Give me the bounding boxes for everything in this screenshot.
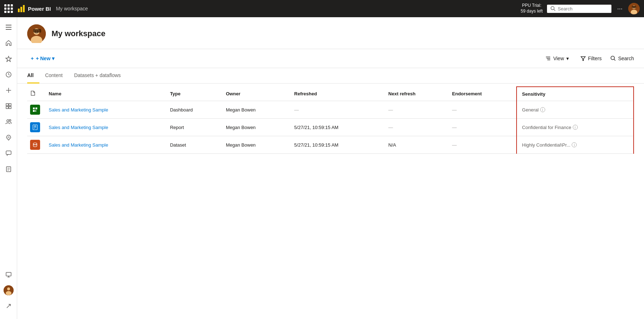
sidebar-item-apps[interactable] — [1, 99, 16, 113]
filter-icon — [580, 56, 586, 61]
apps-grid-icon[interactable] — [4, 4, 13, 13]
svg-point-3 — [551, 6, 554, 10]
svg-point-23 — [8, 137, 9, 138]
svg-point-33 — [7, 287, 10, 290]
sidebar-item-metrics[interactable] — [1, 146, 16, 161]
workspace-title: My workspace — [52, 29, 105, 38]
row-endorsement-cell: — — [448, 119, 517, 136]
sensitivity-value-container: Confidential for Finance i — [522, 125, 629, 130]
svg-rect-40 — [33, 29, 41, 33]
row-refreshed-cell: — — [290, 101, 384, 119]
nav-workspace-label: My workspace — [56, 6, 517, 11]
search-label: Search — [618, 56, 634, 61]
sidebar-bottom — [1, 267, 16, 316]
sidebar-item-home[interactable] — [1, 36, 16, 50]
row-next-refresh-cell: N/A — [384, 136, 448, 154]
item-next-refresh: — — [388, 107, 393, 113]
item-name[interactable]: Sales and Marketing Sample — [49, 125, 108, 130]
sidebar — [0, 17, 17, 319]
more-options-button[interactable]: ··· — [616, 4, 624, 14]
clock-icon — [5, 71, 12, 78]
chat-icon — [5, 150, 12, 157]
row-icon-cell — [27, 101, 44, 119]
view-icon — [545, 56, 551, 61]
item-name-container: Sales and Marketing Sample ⋮ — [49, 125, 161, 130]
monitor-icon — [5, 271, 12, 278]
sidebar-avatar — [4, 285, 14, 295]
item-type-icon — [30, 105, 40, 115]
item-endorsement: — — [452, 142, 457, 148]
item-name[interactable]: Sales and Marketing Sample — [49, 107, 108, 113]
sidebar-item-user-avatar[interactable] — [1, 283, 16, 297]
sidebar-item-menu[interactable] — [1, 20, 16, 34]
item-name-container: Sales and Marketing Sample — [49, 107, 161, 113]
sensitivity-label: General — [522, 107, 538, 113]
col-header-owner: Owner — [222, 87, 290, 101]
item-name[interactable]: Sales and Marketing Sample — [49, 142, 108, 148]
sidebar-item-monitor[interactable] — [1, 267, 16, 282]
content-area: My workspace + + New ▾ View ▾ — [17, 17, 644, 319]
sidebar-item-browse[interactable] — [1, 162, 16, 176]
filters-button[interactable]: Filters — [577, 53, 605, 63]
search-icon — [610, 56, 616, 61]
col-header-next-refresh: Next refresh — [384, 87, 448, 101]
item-type: Dataset — [170, 142, 186, 148]
item-endorsement: — — [452, 107, 457, 113]
top-user-avatar[interactable] — [628, 3, 640, 14]
item-type: Report — [170, 125, 184, 130]
tab-content[interactable]: Content — [39, 68, 68, 84]
item-next-refresh: N/A — [388, 142, 396, 148]
col-header-refreshed: Refreshed — [290, 87, 384, 101]
sidebar-item-create[interactable] — [1, 83, 16, 97]
row-type-cell: Dashboard — [166, 101, 222, 119]
item-refreshed: 5/27/21, 10:59:15 AM — [294, 125, 339, 130]
sidebar-item-shared[interactable] — [1, 115, 16, 129]
sidebar-item-external[interactable] — [1, 299, 16, 313]
top-search-input[interactable] — [558, 6, 604, 11]
view-button[interactable]: View ▾ — [542, 53, 571, 63]
svg-rect-49 — [35, 108, 37, 109]
tabs-bar: All Content Datasets + dataflows — [17, 68, 644, 84]
row-type-cell: Report — [166, 119, 222, 136]
sensitivity-info-icon[interactable]: i — [573, 125, 578, 130]
row-owner-cell: Megan Bowen — [222, 101, 290, 119]
row-name-cell: Sales and Marketing Sample ⋮ — [44, 119, 166, 136]
svg-rect-29 — [6, 272, 11, 276]
grid-icon — [5, 103, 12, 109]
svg-point-34 — [6, 291, 11, 295]
svg-point-63 — [33, 143, 37, 145]
sidebar-item-favorites[interactable] — [1, 52, 16, 66]
svg-rect-24 — [6, 151, 11, 154]
tab-all[interactable]: All — [27, 68, 39, 84]
sensitivity-value-container: General i — [522, 107, 629, 113]
sensitivity-label: Highly Confidential\Pr... — [522, 142, 570, 148]
row-next-refresh-cell: — — [384, 119, 448, 136]
top-navigation: Power BI My workspace PPU Trial: 59 days… — [0, 0, 644, 17]
sensitivity-info-icon[interactable]: i — [572, 142, 577, 147]
svg-rect-50 — [33, 110, 35, 112]
file-icon — [30, 90, 36, 96]
top-search-box[interactable] — [547, 5, 611, 13]
svg-point-21 — [7, 120, 9, 122]
row-owner-cell: Megan Bowen — [222, 136, 290, 154]
new-button[interactable]: + + New ▾ — [27, 53, 58, 63]
sidebar-item-recent[interactable] — [1, 67, 16, 82]
search-button[interactable]: Search — [610, 56, 634, 61]
plus-icon — [5, 87, 12, 94]
table-row: Sales and Marketing Sample Dashboard Meg… — [27, 101, 634, 119]
row-name-cell: Sales and Marketing Sample — [44, 101, 166, 119]
col-header-name: Name — [44, 87, 166, 101]
sidebar-item-learn[interactable] — [1, 130, 16, 145]
item-owner: Megan Bowen — [226, 107, 256, 113]
col-header-sensitivity: Sensitivity — [517, 87, 634, 101]
svg-line-45 — [614, 59, 615, 61]
logo-text: Power BI — [28, 6, 51, 12]
row-refreshed-cell: 5/27/21, 10:59:15 AM — [290, 119, 384, 136]
tab-datasets[interactable]: Datasets + dataflows — [68, 68, 126, 84]
avatar-face — [628, 3, 640, 14]
row-icon-cell — [27, 119, 44, 136]
external-link-icon — [6, 303, 11, 309]
sensitivity-info-icon[interactable]: i — [540, 107, 545, 112]
table-header-row: Name Type Owner Refreshed Next refresh E… — [27, 87, 634, 101]
svg-rect-2 — [23, 5, 25, 12]
